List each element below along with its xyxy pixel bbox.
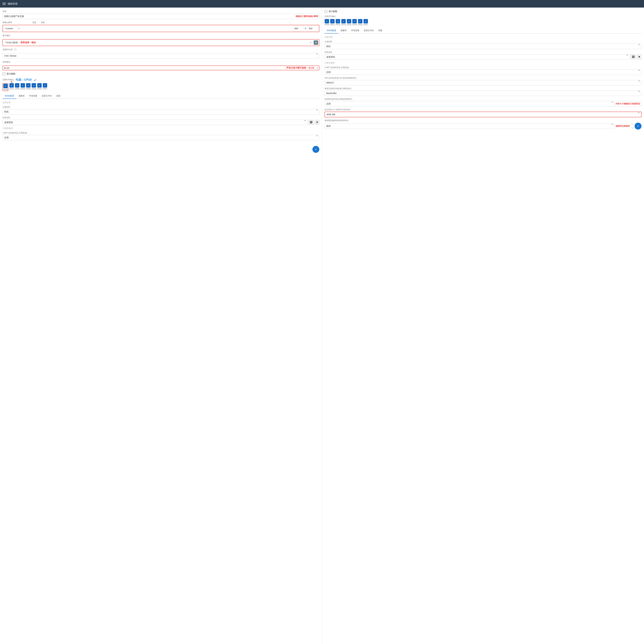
resolution-height-input[interactable] [307,26,318,31]
right-color-renderer-select-wrapper[interactable]: 启用 ▼ [325,101,615,106]
right-cpu-section: 启用CPU核心 ✓ CPU0 ✓ CPU1 ✓ CPU2 ✓ CPU3 [325,15,641,26]
cpu1-label: CPU1 [9,88,14,90]
right-offscreen-select[interactable]: Backbuffer [325,91,641,96]
right-csmt-select[interactable]: 启用 [325,69,641,75]
cpu3-checkbox[interactable]: ✓ [21,83,25,88]
right-tab-functions[interactable]: 函数库 [338,28,349,33]
right-cpu-item-2[interactable]: ✓ CPU2 [336,19,340,26]
right-cpu4-checkbox[interactable]: ✓ [347,19,351,23]
right-vram-select[interactable]: 4096 MB [325,112,641,117]
dx-select-wrapper: CNC DDraw ▼ [3,53,319,58]
cpu4-checkbox[interactable]: ✓ [26,83,31,88]
resolution-mode-value: Custom [4,26,18,31]
resolution-width-input[interactable] [293,26,304,31]
cpu-item-7[interactable]: ✓ CPU7 [43,83,47,91]
cpu-annotation: 勾选：CPU0 [16,78,32,82]
cpu-item-4[interactable]: ✓ CPU4 [26,83,31,91]
cpu-item-0[interactable]: ✓ CPU0 [3,83,8,91]
tab-functions[interactable]: 函数库 [16,93,27,99]
right-cpu6-checkbox[interactable]: ✓ [358,19,362,23]
right-gpu-name-select-wrapper[interactable]: 9800GT ▼ [325,80,641,85]
show-fps-row: 显示帧数 [3,72,319,75]
gpu-select-wrapper[interactable]: Turnip (骁龙) 推荐选择：骁龙 [4,40,309,45]
right-show-fps-checkbox[interactable] [325,10,327,13]
right-csmt-select-wrapper[interactable]: 启用 ▼ [325,69,641,75]
audio-value: ALSA [4,67,285,69]
left-save-button[interactable]: ✓ [312,146,319,153]
bg-chevron-btn[interactable]: ▼ [315,120,319,125]
resolution-mode-wrapper[interactable]: Custom ▼ [4,26,292,31]
header: 编辑容器 [0,0,644,8]
right-cpu-item-5[interactable]: ✓ CPU5 [352,19,357,26]
right-vram-select-wrapper[interactable]: 4096 MB ▼ [325,112,641,117]
gpu-annotation: 推荐选择：骁龙 [20,41,36,44]
cpu0-checkbox[interactable]: ✓ [3,84,8,88]
cpu-item-1[interactable]: ▲ ✓ CPU1 [9,83,14,91]
right-cpu-item-0[interactable]: ✓ CPU0 [325,19,329,26]
tab-folder[interactable]: 设置文件夹 [39,93,54,99]
right-offscreen-select-wrapper[interactable]: Backbuffer ▼ [325,91,641,96]
show-fps-checkbox[interactable] [3,72,5,75]
cpu7-checkbox[interactable]: ✓ [43,83,47,88]
right-cpu6-label: CPU6 [358,24,362,26]
right-cpu7-checkbox[interactable]: ✓ [364,19,368,23]
right-tab-env[interactable]: 环境变量 [349,28,361,33]
right-cpu2-checkbox[interactable]: ✓ [336,19,340,23]
name-input-wrapper: 根据自己需求选择分辨率 [3,14,319,19]
dx-full-wrapper[interactable]: CNC DDraw ▼ [3,53,319,58]
right-tab-advanced[interactable]: 高级 [376,28,385,33]
csmt-select-wrapper[interactable]: 启用 ▼ [3,135,319,140]
right-cpu-item-4[interactable]: ✓ CPU4 [347,19,351,26]
cpu5-checkbox[interactable]: ✓ [32,83,36,88]
right-tab-folder[interactable]: 设置文件夹 [361,28,376,33]
menu-icon[interactable] [3,3,6,5]
right-cursor-annotation: 选择完记得保存 [616,125,630,128]
right-cpu-item-1[interactable]: ✓ CPU1 [330,19,335,26]
name-input[interactable] [3,14,319,19]
bg-image-icon[interactable]: 🖼 [308,120,314,125]
cpu2-checkbox[interactable]: ✓ [15,83,19,88]
tab-advanced[interactable]: 高级 [54,93,63,99]
right-cpu3-checkbox[interactable]: ✓ [341,19,346,23]
tab-env[interactable]: 环境变量 [27,93,39,99]
theme-select-wrapper[interactable]: 明亮 ▼ [3,109,319,114]
right-color-renderer-select[interactable]: 启用 [325,101,615,106]
right-gpu-name-select[interactable]: 9800GT [325,80,641,85]
cpu1-checkbox[interactable]: ✓ [9,83,14,88]
csmt-select[interactable]: 启用 [3,135,319,140]
right-bg-select[interactable]: 桌面壁纸 [325,54,630,60]
right-save-button[interactable]: ✓ [635,123,641,130]
tabs-row: WINE配置 函数库 环境变量 设置文件夹 高级 [3,93,319,99]
tab-wine[interactable]: WINE配置 [3,93,16,99]
cpu3-label: CPU3 [20,88,25,90]
x-separator: X [305,27,306,30]
right-bg-image-icon[interactable]: 🖼 [630,54,636,59]
right-tab-wine[interactable]: WINE配置 [325,28,338,33]
cpu0-label: CPU0 [3,89,8,90]
right-cursor-select-wrapper[interactable]: 禁用 ▼ [325,123,615,129]
right-cpu1-checkbox[interactable]: ✓ [330,19,335,23]
right-theme-select[interactable]: 明亮 [325,44,641,49]
dx-select[interactable]: CNC DDraw [3,53,319,58]
cpu6-checkbox[interactable]: ✓ [37,83,42,88]
right-cpu-item-6[interactable]: ✓ CPU6 [358,19,362,26]
right-gpu-name-label: GPU名称(伪装显卡id,改善游戏兼容性) [325,77,641,79]
cpu-item-5[interactable]: ✓ CPU5 [32,83,36,91]
right-tabs-row: WINE配置 函数库 环境变量 设置文件夹 高级 [325,28,641,33]
right-bg-chevron-btn[interactable]: ▼ [637,54,641,59]
cpu-section: 启用CPU核心 勾选：CPU0 ↙ ✓ CPU0 ▲ ✓ CPU1 ✓ C [3,78,319,91]
right-cpu-item-3[interactable]: ✓ CPU3 [341,19,346,26]
right-cursor-select[interactable]: 禁用 [325,123,615,129]
right-cpu0-checkbox[interactable]: ✓ [325,19,329,23]
right-cpu-item-7[interactable]: ✓ CPU7 [363,19,368,26]
right-theme-select-wrapper[interactable]: 明亮 ▼ [325,44,641,49]
right-bg-select-wrapper[interactable]: 桌面壁纸 ▼ [325,54,630,60]
bg-select[interactable]: 桌面壁纸 [3,120,307,125]
theme-select[interactable]: 明亮 [3,109,319,114]
cpu-item-3[interactable]: ✓ CPU3 [20,83,25,91]
cpu-item-6[interactable]: ✓ CPU6 [37,83,42,91]
bg-select-wrapper[interactable]: 桌面壁纸 ▼ [3,120,307,125]
right-cpu5-checkbox[interactable]: ✓ [352,19,357,23]
cpu-item-2[interactable]: ✓ CPU2 [15,83,19,91]
gpu-gear-icon[interactable]: ⚙ [314,40,318,45]
